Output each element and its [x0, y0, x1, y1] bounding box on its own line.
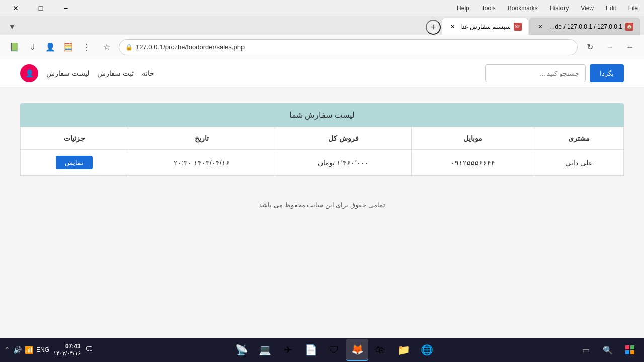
taskbar-left: 🔍 ▭: [576, 340, 640, 360]
menu-tools[interactable]: Tools: [479, 4, 498, 13]
taskbar-browser-active[interactable]: 🦊: [346, 339, 368, 361]
clock[interactable]: 07:43 ۱۴۰۳/۰۴/۱۶: [53, 343, 81, 357]
cell-mobile: ۰۹۱۲۵۵۵۶۶۴۴: [411, 150, 534, 176]
forward-button[interactable]: →: [602, 39, 618, 55]
svg-rect-1: [630, 345, 634, 349]
browser-menu-icon[interactable]: ⋮: [78, 39, 95, 55]
search-taskbar-icon[interactable]: 🔍: [598, 340, 618, 360]
close-button[interactable]: ✕: [4, 1, 27, 16]
tab1-close-icon[interactable]: ✕: [536, 22, 545, 31]
nav-register-order[interactable]: ثبت سفارش: [97, 69, 134, 77]
user-avatar[interactable]: 👤: [20, 64, 38, 82]
new-tab-button[interactable]: +: [426, 20, 441, 35]
cell-customer: علی دایی: [534, 150, 624, 176]
clock-time: 07:43: [53, 343, 81, 350]
col-mobile: موبایل: [411, 127, 534, 150]
back-to-home-button[interactable]: بگردا: [590, 64, 624, 82]
svg-rect-0: [625, 345, 629, 349]
app-footer: تمامی حقوق برای این سایت محفوظ می باشد: [0, 191, 644, 219]
wifi-icon[interactable]: 📶: [25, 346, 33, 354]
menu-view[interactable]: View: [579, 4, 596, 13]
main-content: لیست سفارش شما مشتری موبایل فروش کل تاری…: [0, 88, 644, 191]
taskbar-app2[interactable]: 📡: [230, 339, 253, 361]
tab2-close-icon[interactable]: ✕: [448, 22, 457, 31]
url-bar[interactable]: 🔒 127.0.0.1/prozhe/foodorder/sales.php: [119, 39, 578, 55]
col-date: تاریخ: [128, 127, 275, 150]
bookmark-star-icon[interactable]: ☆: [99, 39, 115, 55]
taskbar-right: ⌃ 🔊 📶 ENG 07:43 ۱۴۰۳/۰۴/۱۶ 🗨: [4, 343, 93, 357]
back-button[interactable]: ←: [622, 39, 638, 55]
table-row: علی دایی ۰۹۱۲۵۵۵۶۶۴۴ ۱٬۴۶۰٬۰۰۰ تومان ۱۴۰…: [21, 150, 624, 176]
address-bar: ← → ↻ 🔒 127.0.0.1/prozhe/foodorder/sales…: [0, 35, 644, 59]
taskbar-antivirus[interactable]: 🛡: [323, 339, 345, 361]
sys-tray: ⌃ 🔊 📶 ENG: [4, 346, 49, 354]
lock-icon: 🔒: [125, 44, 133, 51]
taskbar-apps: 🌐 📁 🛍 🦊 🛡 📄 ✈ 💻 📡: [230, 339, 438, 361]
start-button[interactable]: [620, 340, 640, 360]
reload-button[interactable]: ↻: [582, 39, 598, 55]
col-total: فروش کل: [275, 127, 412, 150]
taskbar-telegram[interactable]: ✈: [277, 339, 299, 361]
menu-bar: File Edit View History Bookmarks Tools H…: [455, 4, 640, 13]
tab-1[interactable]: 🏠 127.0.0.1 / 127.0.0.1 / foodorde... ✕: [529, 18, 640, 35]
menu-help[interactable]: Help: [455, 4, 471, 13]
taskbar: 🔍 ▭ 🌐 📁 🛍 🦊 🛡 📄 ✈ 💻 📡 ⌃ 🔊 📶 ENG 07:43 ۱۴: [0, 338, 644, 362]
taskbar-edge[interactable]: 🌐: [416, 339, 438, 361]
tab1-favicon-icon: 🏠: [625, 23, 633, 31]
reading-list-icon[interactable]: 📗: [6, 39, 22, 55]
window-controls: − □ ✕: [4, 1, 77, 16]
nav-home[interactable]: خانه: [142, 69, 154, 77]
cell-date: ۱۴۰۳/۰۴/۱۶ ۲۰:۳۰: [128, 150, 275, 176]
header-left: بگردا: [485, 64, 624, 82]
taskbar-explorer[interactable]: 📁: [392, 339, 415, 361]
clock-date: ۱۴۰۳/۰۴/۱۶: [53, 350, 81, 357]
orders-table: مشتری موبایل فروش کل تاریخ جزئیات علی دا…: [20, 127, 624, 176]
tab-expand-icon[interactable]: ▼: [4, 19, 20, 35]
titlebar: File Edit View History Bookmarks Tools H…: [0, 0, 644, 16]
taskbar-acrobat[interactable]: 📄: [300, 339, 322, 361]
taskbar-ide[interactable]: 💻: [254, 339, 276, 361]
cell-total: ۱٬۴۶۰٬۰۰۰ تومان: [275, 150, 412, 176]
nav-order-list[interactable]: لیست سفارش: [46, 69, 89, 77]
menu-history[interactable]: History: [548, 4, 571, 13]
url-text: 127.0.0.1/prozhe/foodorder/sales.php: [136, 43, 571, 51]
speaker-icon[interactable]: 🔊: [13, 346, 22, 354]
page-content: بگردا خانه ثبت سفارش لیست سفارش 👤 لیست س…: [0, 59, 644, 338]
show-details-button[interactable]: نمایش: [56, 156, 93, 169]
col-customer: مشتری: [534, 127, 624, 150]
tab-2[interactable]: 🍽 سیستم سفارش غذا ✕: [442, 18, 528, 35]
svg-rect-3: [630, 350, 634, 354]
tab2-title: سیستم سفارش غذا: [460, 23, 511, 30]
extensions-icon[interactable]: 🧮: [60, 39, 76, 55]
cell-details: نمایش: [21, 150, 128, 176]
download-icon[interactable]: ⇓: [24, 39, 40, 55]
search-input[interactable]: [485, 64, 586, 82]
tab1-title: 127.0.0.1 / 127.0.0.1 / foodorde...: [548, 23, 622, 30]
profile-icon[interactable]: 👤: [42, 39, 58, 55]
task-view-icon[interactable]: ▭: [576, 340, 596, 360]
app-header: بگردا خانه ثبت سفارش لیست سفارش 👤: [0, 59, 644, 88]
col-details: جزئیات: [21, 127, 128, 150]
language-label[interactable]: ENG: [36, 346, 49, 353]
menu-file[interactable]: File: [626, 4, 640, 13]
notification-icon[interactable]: 🗨: [85, 345, 93, 354]
tab-bar: 🏠 127.0.0.1 / 127.0.0.1 / foodorde... ✕ …: [0, 16, 644, 35]
maximize-button[interactable]: □: [29, 1, 52, 16]
chevron-up-icon[interactable]: ⌃: [4, 346, 10, 354]
header-right: خانه ثبت سفارش لیست سفارش 👤: [20, 64, 154, 82]
taskbar-store[interactable]: 🛍: [369, 339, 391, 361]
minimize-button[interactable]: −: [54, 1, 77, 16]
section-title: لیست سفارش شما: [20, 103, 624, 127]
tab2-favicon-icon: 🍽: [514, 23, 522, 31]
browser-toolbar: 📗 ⇓ 👤 🧮 ⋮: [6, 39, 95, 55]
menu-bookmarks[interactable]: Bookmarks: [506, 4, 540, 13]
footer-text: تمامی حقوق برای این سایت محفوظ می باشد: [259, 201, 385, 209]
svg-rect-2: [625, 350, 629, 354]
menu-edit[interactable]: Edit: [604, 4, 618, 13]
